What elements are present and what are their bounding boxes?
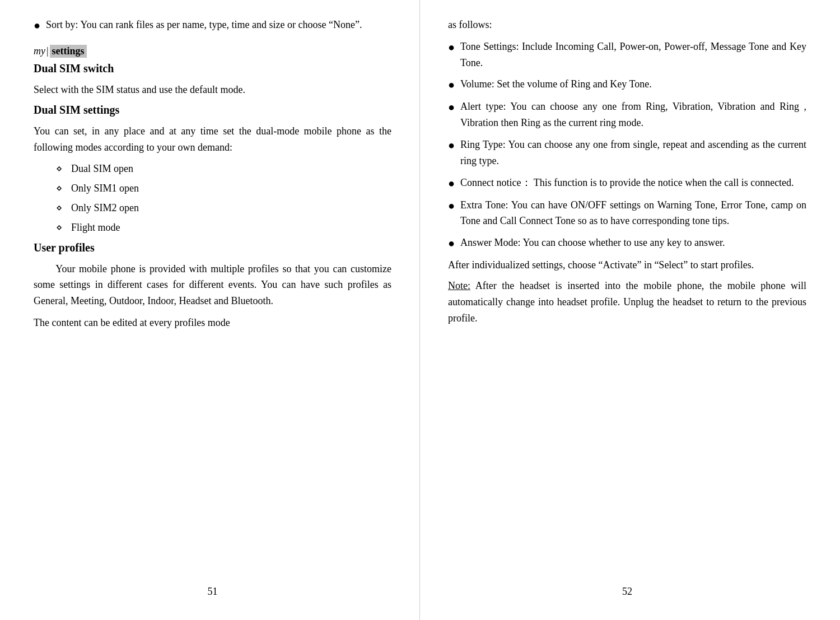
list-item: ⋄ Only SIM2 open	[34, 200, 391, 216]
note-label: Note:	[448, 280, 470, 291]
bullet-dot-ring: ●	[448, 137, 455, 153]
bullet-extra-tone: ● Extra Tone: You can have ON/OFF settin…	[448, 197, 806, 230]
diamond-label-2: Only SIM1 open	[71, 180, 139, 197]
bullet-text-ring: Ring Type: You can choose any one from s…	[460, 137, 806, 169]
bullet-text-volume: Volume: Set the volume of Ring and Key T…	[460, 76, 806, 92]
left-content: ● Sort by: You can rank files as per nam…	[34, 17, 391, 575]
dual-sim-switch-body: Select with the SIM status and use the d…	[34, 82, 391, 98]
intro-bullet-item: ● Sort by: You can rank files as per nam…	[34, 17, 391, 34]
bullet-dot-intro: ●	[34, 17, 40, 34]
bullet-dot-alert: ●	[448, 99, 455, 115]
note-text: After the headset is inserted into the m…	[448, 280, 806, 324]
list-item: ⋄ Flight mode	[34, 220, 391, 236]
bullet-dot-connect: ●	[448, 175, 455, 192]
diamond-list: ⋄ Dual SIM open ⋄ Only SIM1 open ⋄ Only …	[34, 161, 391, 235]
user-profiles-heading: User profiles	[34, 241, 391, 254]
bullet-answer-mode: ● Answer Mode: You can choose whether to…	[448, 235, 806, 251]
left-page-number: 51	[34, 575, 391, 598]
bullet-text-connect: Connect notice： This function is to prov…	[460, 175, 806, 191]
user-profiles-body2: The content can be edited at every profi…	[34, 315, 391, 331]
dual-sim-settings-body: You can set, in any place and at any tim…	[34, 123, 391, 156]
diamond-icon-3: ⋄	[56, 200, 62, 216]
right-page-number: 52	[448, 575, 806, 598]
bullet-text-extra: Extra Tone: You can have ON/OFF settings…	[460, 197, 806, 230]
bullet-text-answer: Answer Mode: You can choose whether to u…	[460, 235, 806, 251]
left-page: ● Sort by: You can rank files as per nam…	[0, 0, 420, 620]
dual-sim-settings-heading: Dual SIM settings	[34, 104, 391, 116]
right-intro: as follows:	[448, 17, 806, 33]
bullet-tone-settings: ● Tone Settings: Include Incoming Call, …	[448, 39, 806, 71]
diamond-label-3: Only SIM2 open	[71, 200, 139, 216]
user-profiles-body1: Your mobile phone is provided with multi…	[34, 261, 391, 309]
bullet-dot-tone: ●	[448, 39, 455, 55]
bullet-volume: ● Volume: Set the volume of Ring and Key…	[448, 76, 806, 93]
bullet-ring-type: ● Ring Type: You can choose any one from…	[448, 137, 806, 169]
diamond-icon-2: ⋄	[56, 180, 62, 197]
bullet-dot-extra: ●	[448, 197, 455, 214]
list-item: ⋄ Only SIM1 open	[34, 180, 391, 197]
nav-my: my	[34, 45, 45, 57]
bullet-text-tone: Tone Settings: Include Incoming Call, Po…	[460, 39, 806, 71]
list-item: ⋄ Dual SIM open	[34, 161, 391, 177]
breadcrumb: my | settings	[34, 45, 391, 58]
bullet-connect-notice: ● Connect notice： This function is to pr…	[448, 175, 806, 192]
diamond-label-4: Flight mode	[71, 220, 120, 236]
intro-bullet-text: Sort by: You can rank files as per name,…	[46, 17, 391, 33]
nav-separator: |	[46, 45, 49, 57]
bullet-alert-type: ● Alert type: You can choose any one fro…	[448, 99, 806, 131]
note-paragraph: Note: After the headset is inserted into…	[448, 278, 806, 326]
diamond-label-1: Dual SIM open	[71, 161, 133, 177]
diamond-icon-1: ⋄	[56, 161, 62, 177]
bullet-text-alert: Alert type: You can choose any one from …	[460, 99, 806, 131]
dual-sim-switch-heading: Dual SIM switch	[34, 62, 391, 75]
bullet-dot-volume: ●	[448, 76, 455, 93]
diamond-icon-4: ⋄	[56, 220, 62, 236]
after-bullet-text: After individualized settings, choose “A…	[448, 257, 806, 273]
nav-settings: settings	[50, 45, 87, 58]
bullet-dot-answer: ●	[448, 235, 455, 251]
right-content: as follows: ● Tone Settings: Include Inc…	[448, 17, 806, 575]
right-page: as follows: ● Tone Settings: Include Inc…	[420, 0, 840, 620]
user-profiles-body1-text: Your mobile phone is provided with multi…	[34, 263, 391, 307]
